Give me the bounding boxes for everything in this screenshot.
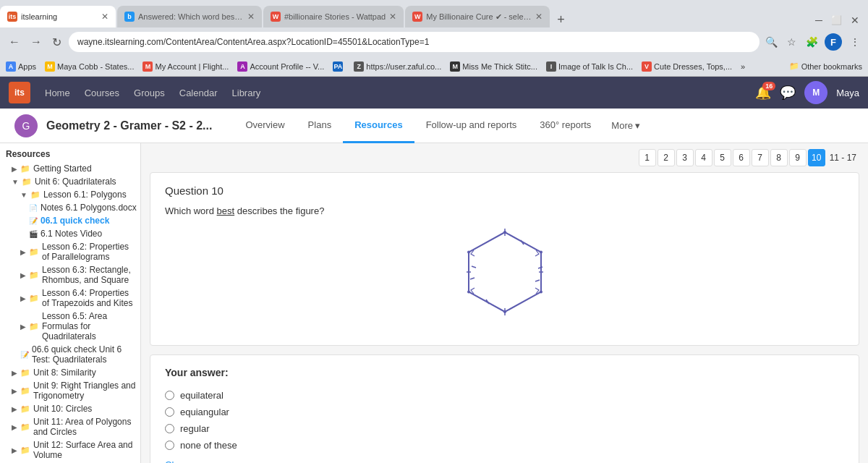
nav-overview[interactable]: Overview: [234, 109, 296, 143]
bookmark-maya[interactable]: M Maya Cobb - States...: [45, 61, 134, 72]
sidebar-item-unit9[interactable]: ▶ 📁 Unit 9: Right Triangles and Trigonom…: [0, 379, 140, 402]
bookmark-other-label: Other bookmarks: [801, 62, 862, 71]
nav-groups[interactable]: Groups: [134, 85, 165, 101]
bookmark-maya-icon: M: [45, 61, 55, 72]
tab-1[interactable]: its itslearning ✕: [0, 6, 116, 27]
nav-plans[interactable]: Plans: [297, 109, 344, 143]
file-icon-notes: 📄: [29, 204, 38, 212]
sidebar-item-unit11-label: Unit 11: Area of Polygons and Circles: [33, 417, 137, 437]
close-button[interactable]: ✕: [848, 13, 862, 27]
bookmark-account-profile[interactable]: A Account Profile -- V...: [237, 61, 324, 72]
sidebar-item-video61[interactable]: 🎬 6.1 Notes Video: [0, 227, 140, 240]
sidebar-item-unit10[interactable]: ▶ 📁 Unit 10: Circles: [0, 402, 140, 415]
tab-1-close[interactable]: ✕: [101, 12, 109, 22]
page-btn-5[interactable]: 5: [714, 149, 731, 166]
bookmark-more[interactable]: »: [741, 62, 745, 71]
sidebar-item-notes61[interactable]: 📄 Notes 6.1 Polygons.docx: [0, 201, 140, 214]
sidebar-item-quickcheck61[interactable]: 📝 06.1 quick check: [0, 214, 140, 227]
nav-360[interactable]: 360° reports: [528, 109, 603, 143]
page-btn-2[interactable]: 2: [658, 149, 675, 166]
sidebar-item-lesson63[interactable]: ▶ 📁 Lesson 6.3: Rectangle, Rhombus, and …: [0, 263, 140, 286]
page-btn-7[interactable]: 7: [752, 149, 769, 166]
notification-button[interactable]: 🔔 16: [755, 85, 771, 101]
nav-calendar[interactable]: Calendar: [179, 85, 218, 101]
question-title: Question 10: [165, 184, 844, 197]
tab-2[interactable]: b Answered: Which word best des... ✕: [117, 6, 262, 27]
extensions-icon[interactable]: 🧩: [804, 35, 819, 49]
option-equiangular[interactable]: equiangular: [165, 404, 844, 420]
sidebar-item-lesson61[interactable]: ▼ 📁 Lesson 6.1: Polygons: [0, 188, 140, 201]
bookmark-zaful[interactable]: Z https://user.zaful.co...: [354, 61, 441, 72]
bookmark-pa[interactable]: PA: [333, 61, 345, 72]
sidebar-item-lesson62[interactable]: ▶ 📁 Lesson 6.2: Properties of Parallelog…: [0, 240, 140, 263]
sidebar-item-unit11[interactable]: ▶ 📁 Unit 11: Area of Polygons and Circle…: [0, 415, 140, 438]
bookmark-image[interactable]: I Image of Talk Is Ch...: [546, 61, 633, 72]
nav-home[interactable]: Home: [45, 85, 70, 101]
nav-followup[interactable]: Follow-up and reports: [414, 109, 529, 143]
folder-icon-62: 📁: [29, 247, 39, 257]
folder-icon-65: 📁: [29, 322, 39, 331]
nav-resources[interactable]: Resources: [343, 109, 414, 143]
page-btn-3[interactable]: 3: [676, 149, 694, 166]
bookmark-missme[interactable]: M Miss Me Thick Stitc...: [450, 61, 537, 72]
tab-4-close[interactable]: ✕: [535, 12, 542, 22]
tab-4-icon: W: [412, 12, 422, 22]
svg-line-5: [470, 278, 475, 279]
page-btn-6[interactable]: 6: [733, 149, 750, 166]
message-button[interactable]: 💬: [780, 85, 796, 101]
menu-icon[interactable]: ⋮: [848, 35, 862, 49]
bookmark-apps-label: Apps: [18, 62, 36, 71]
radio-equiangular[interactable]: [165, 407, 174, 417]
sidebar-item-lesson64[interactable]: ▶ 📁 Lesson 6.4: Properties of Trapezoids…: [0, 286, 140, 310]
user-avatar[interactable]: M: [804, 81, 827, 104]
page-btn-9[interactable]: 9: [789, 149, 807, 166]
bookmark-myaccount[interactable]: M My Account | Flight...: [142, 61, 229, 72]
tab-3-close[interactable]: ✕: [389, 12, 396, 22]
tab-2-close[interactable]: ✕: [247, 12, 255, 22]
minimize-button[interactable]: ─: [812, 13, 825, 27]
option-regular[interactable]: regular: [165, 420, 844, 437]
back-button[interactable]: ←: [6, 34, 23, 50]
radio-none[interactable]: [165, 441, 174, 450]
bookmark-image-icon: I: [546, 61, 556, 72]
bookmark-other[interactable]: 📁 Other bookmarks: [789, 61, 862, 71]
new-tab-button[interactable]: +: [551, 12, 571, 27]
radio-regular[interactable]: [165, 424, 174, 433]
tab-1-title: itslearning: [21, 12, 98, 21]
bookmark-star-icon[interactable]: ☆: [784, 35, 799, 49]
sidebar-item-unit6[interactable]: ▼ 📁 Unit 6: Quadrilaterals: [0, 175, 140, 188]
sidebar-item-unit8[interactable]: ▶ 📁 Unit 8: Similarity: [0, 366, 140, 379]
address-input[interactable]: [69, 32, 760, 52]
page-btn-1[interactable]: 1: [639, 149, 656, 166]
option-none-of-these[interactable]: none of these: [165, 437, 844, 454]
sidebar-item-video61-label: 6.1 Notes Video: [41, 229, 102, 239]
account-icon[interactable]: F: [825, 33, 842, 51]
arrow-right-62: ▶: [20, 248, 26, 256]
page-btn-4[interactable]: 4: [695, 149, 712, 166]
page-btn-8[interactable]: 8: [770, 149, 788, 166]
page-range[interactable]: 11 - 17: [827, 153, 859, 163]
sidebar-item-lesson65[interactable]: ▶ 📁 Lesson 6.5: Area Formulas for Quadri…: [0, 310, 140, 343]
svg-point-11: [467, 291, 470, 294]
sidebar-item-getting-started[interactable]: ▶ 📁 Getting Started: [0, 162, 140, 175]
radio-equilateral[interactable]: [165, 391, 174, 400]
refresh-button[interactable]: ↻: [49, 34, 64, 51]
sidebar-item-qc66[interactable]: 📝 06.6 quick check Unit 6 Test: Quadrila…: [0, 343, 140, 366]
user-name[interactable]: Maya: [836, 88, 859, 98]
tab-4[interactable]: W My Billionaire Cure ✔ - selena b... ✕: [405, 6, 550, 27]
tab-3[interactable]: W #billionaire Stories - Wattpad ✕: [263, 6, 404, 27]
option-equilateral[interactable]: equilateral: [165, 387, 844, 404]
maximize-button[interactable]: ⬜: [828, 14, 845, 27]
nav-more[interactable]: More ▾: [603, 109, 649, 143]
nav-courses[interactable]: Courses: [85, 85, 119, 101]
sidebar-item-lesson65-label: Lesson 6.5: Area Formulas for Quadrilate…: [42, 311, 137, 341]
nav-library[interactable]: Library: [232, 85, 261, 101]
forward-button[interactable]: →: [27, 34, 45, 50]
clear-answer-link[interactable]: Clear answer: [165, 459, 221, 463]
search-icon[interactable]: 🔍: [764, 35, 778, 49]
page-btn-10[interactable]: 10: [808, 149, 825, 166]
bookmark-apps[interactable]: A Apps: [6, 61, 36, 72]
bookmark-cute[interactable]: V Cute Dresses, Tops,...: [642, 61, 732, 72]
sidebar-item-unit12[interactable]: ▶ 📁 Unit 12: Surface Area and Volume: [0, 438, 140, 462]
toolbar-icons: 🔍 ☆ 🧩 F ⋮: [764, 33, 862, 51]
